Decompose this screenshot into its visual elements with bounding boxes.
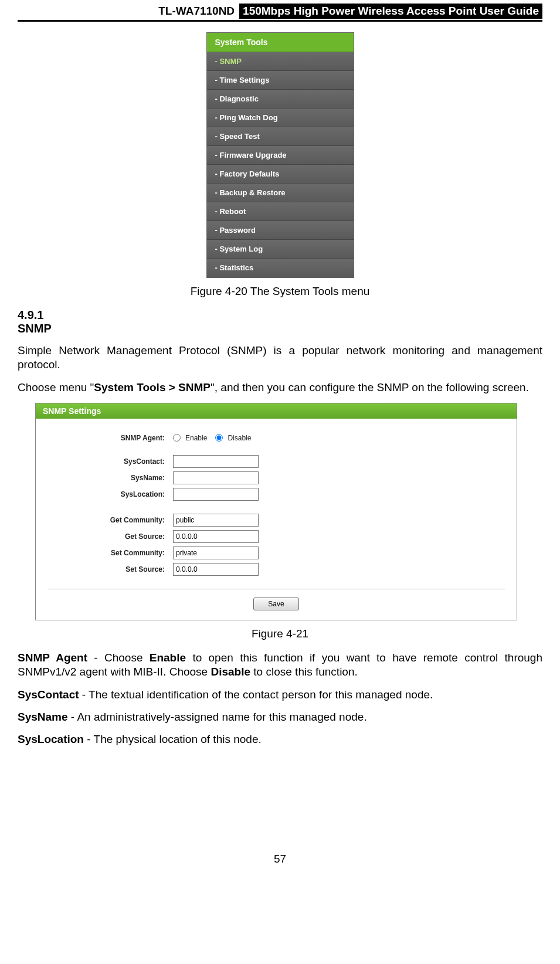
para2-bold: System Tools > SNMP [94, 381, 211, 393]
nav-menu-title: System Tools [207, 33, 354, 52]
para2-a: Choose menu " [18, 381, 94, 393]
desc-syslocation: SysLocation - The physical location of t… [18, 732, 542, 746]
row-set-community: Set Community: [47, 547, 505, 559]
nav-item-time-settings[interactable]: - Time Settings [207, 71, 354, 90]
nav-item-backup-restore[interactable]: - Backup & Restore [207, 184, 354, 202]
radio-disable-label: Disable [228, 434, 251, 442]
radio-enable-label: Enable [185, 434, 207, 442]
input-set-community[interactable] [173, 547, 259, 559]
label-syslocation: SysLocation: [47, 490, 173, 498]
nav-item-system-log[interactable]: - System Log [207, 240, 354, 259]
row-snmp-agent: SNMP Agent: Enable Disable [47, 434, 505, 442]
label-set-community: Set Community: [47, 549, 173, 557]
row-get-source: Get Source: [47, 530, 505, 543]
paragraph-intro: Simple Network Management Protocol (SNMP… [18, 344, 542, 372]
desc-snmp-agent-c: to close this function. [250, 666, 358, 678]
term-enable: Enable [150, 651, 186, 664]
desc-syscontact-a: - The textual identification of the cont… [79, 688, 433, 701]
desc-snmp-agent-a: - Choose [87, 651, 150, 664]
input-syslocation[interactable] [173, 488, 259, 501]
term-snmp-agent: SNMP Agent [18, 651, 87, 664]
nav-item-statistics[interactable]: - Statistics [207, 259, 354, 277]
para2-c: ", and then you can configure the SNMP o… [211, 381, 529, 393]
nav-item-speed-test[interactable]: - Speed Test [207, 127, 354, 146]
desc-snmp-agent: SNMP Agent - Choose Enable to open this … [18, 651, 542, 680]
page-header: TL-WA7110ND 150Mbps High Power Wireless … [18, 0, 542, 22]
desc-sysname: SysName - An administratively-assigned n… [18, 710, 542, 724]
desc-syslocation-a: - The physical location of this node. [84, 733, 262, 745]
desc-sysname-a: - An administratively-assigned name for … [68, 711, 367, 723]
radio-enable[interactable] [173, 434, 181, 442]
row-sysname: SysName: [47, 471, 505, 484]
section-number: 4.9.1 [18, 308, 542, 322]
term-disable: Disable [211, 666, 250, 678]
row-syslocation: SysLocation: [47, 488, 505, 501]
input-syscontact[interactable] [173, 455, 259, 468]
nav-item-reboot[interactable]: - Reboot [207, 202, 354, 221]
input-get-source[interactable] [173, 530, 259, 543]
input-get-community[interactable] [173, 514, 259, 527]
term-syscontact: SysContact [18, 688, 79, 701]
nav-menu-figure-wrap: System Tools - SNMP - Time Settings - Di… [18, 32, 542, 278]
figure-4-20-caption: Figure 4-20 The System Tools menu [18, 285, 542, 298]
nav-item-diagnostic[interactable]: - Diagnostic [207, 90, 354, 108]
save-row: Save [47, 594, 505, 617]
snmp-panel-title: SNMP Settings [36, 403, 517, 419]
row-get-community: Get Community: [47, 514, 505, 527]
guide-title: 150Mbps High Power Wireless Access Point… [239, 4, 542, 19]
paragraph-choose-menu: Choose menu "System Tools > SNMP", and t… [18, 381, 542, 395]
label-get-community: Get Community: [47, 516, 173, 524]
input-set-source[interactable] [173, 563, 259, 576]
input-sysname[interactable] [173, 471, 259, 484]
label-set-source: Set Source: [47, 565, 173, 573]
row-syscontact: SysContact: [47, 455, 505, 468]
figure-4-21-caption: Figure 4-21 [18, 627, 542, 640]
nav-menu-figure: System Tools - SNMP - Time Settings - Di… [206, 32, 354, 278]
nav-item-password[interactable]: - Password [207, 221, 354, 240]
row-set-source: Set Source: [47, 563, 505, 576]
label-syscontact: SysContact: [47, 457, 173, 466]
desc-syscontact: SysContact - The textual identification … [18, 688, 542, 702]
label-sysname: SysName: [47, 474, 173, 482]
separator [47, 589, 505, 589]
term-sysname: SysName [18, 711, 68, 723]
nav-item-ping-watch-dog[interactable]: - Ping Watch Dog [207, 108, 354, 127]
nav-item-snmp[interactable]: - SNMP [207, 52, 354, 71]
label-snmp-agent: SNMP Agent: [47, 434, 173, 442]
snmp-settings-panel: SNMP Settings SNMP Agent: Enable Disable… [35, 403, 517, 620]
page-number: 57 [18, 853, 542, 865]
save-button[interactable]: Save [253, 598, 298, 610]
label-get-source: Get Source: [47, 532, 173, 541]
radio-snmp-agent: Enable Disable [173, 434, 251, 442]
snmp-panel-body: SNMP Agent: Enable Disable SysContact: S… [36, 419, 517, 620]
nav-item-firmware-upgrade[interactable]: - Firmware Upgrade [207, 146, 354, 165]
radio-disable[interactable] [215, 434, 223, 442]
model-label: TL-WA7110ND [158, 5, 235, 18]
term-syslocation: SysLocation [18, 733, 84, 745]
nav-item-factory-defaults[interactable]: - Factory Defaults [207, 165, 354, 184]
section-title: SNMP [18, 322, 542, 335]
